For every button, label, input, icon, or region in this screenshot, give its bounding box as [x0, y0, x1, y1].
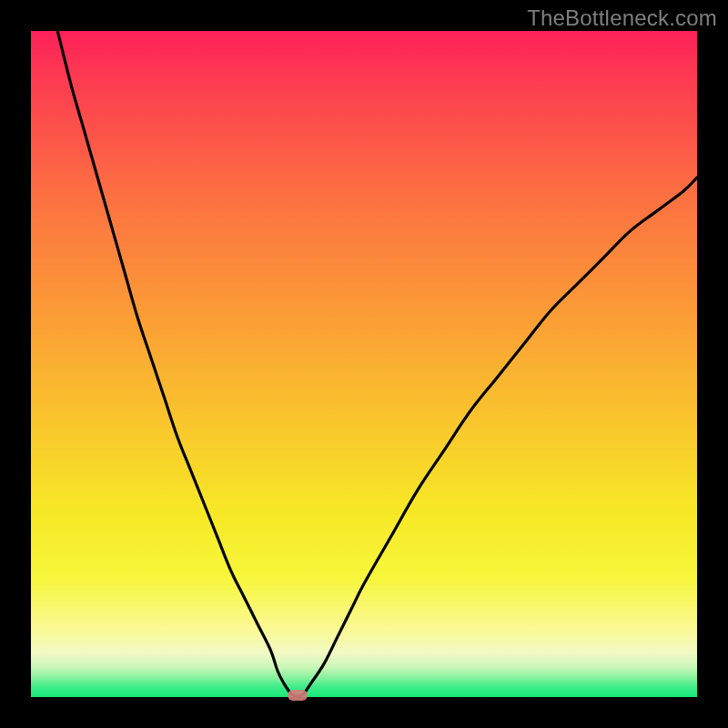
watermark-text: TheBottleneck.com: [527, 5, 717, 31]
plot-area: [31, 31, 697, 697]
bottleneck-curve: [31, 31, 697, 697]
optimal-point-marker: [288, 690, 308, 701]
bottleneck-curve-path: [57, 31, 697, 697]
chart-frame: TheBottleneck.com: [0, 0, 728, 728]
